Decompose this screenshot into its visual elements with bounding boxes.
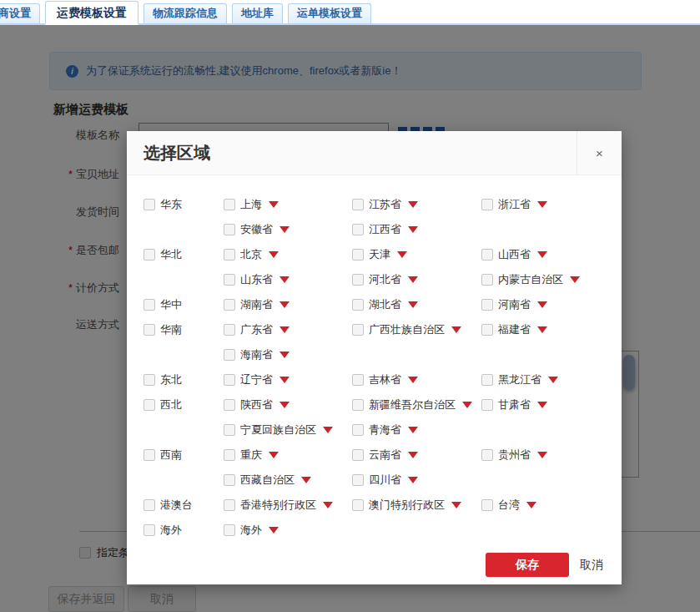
- province-label: 福建省: [498, 322, 531, 337]
- province-checkbox[interactable]: [352, 249, 364, 260]
- tab-3[interactable]: 地址库: [232, 3, 283, 23]
- province-checkbox[interactable]: [352, 324, 364, 336]
- province-checkbox[interactable]: [224, 524, 235, 536]
- dialog-cancel-button[interactable]: 取消: [580, 553, 603, 577]
- tab-label: 运费模板设置: [57, 6, 127, 19]
- province-checkbox[interactable]: [481, 299, 493, 311]
- expand-triangle-icon[interactable]: [279, 326, 290, 333]
- dialog-header: 选择区域 ×: [127, 131, 622, 175]
- expand-triangle-icon[interactable]: [397, 251, 407, 258]
- expand-triangle-icon[interactable]: [537, 301, 547, 308]
- province-checkbox[interactable]: [224, 349, 235, 361]
- tab-1[interactable]: 运费模板设置: [45, 1, 138, 25]
- region-group: 海外: [144, 523, 224, 538]
- province: 广东省: [224, 322, 352, 337]
- expand-triangle-icon[interactable]: [279, 377, 290, 383]
- expand-triangle-icon[interactable]: [279, 276, 290, 283]
- region-group: 西北: [144, 397, 224, 412]
- expand-triangle-icon[interactable]: [408, 477, 418, 483]
- dialog-save-button[interactable]: 保存: [486, 553, 569, 577]
- province-checkbox[interactable]: [352, 374, 364, 386]
- expand-triangle-icon[interactable]: [279, 352, 290, 358]
- region-group-checkbox[interactable]: [144, 374, 155, 386]
- province-checkbox[interactable]: [224, 224, 235, 235]
- tab-label: 务商设置: [0, 7, 31, 19]
- province-checkbox[interactable]: [481, 199, 493, 210]
- province-checkbox[interactable]: [481, 249, 493, 260]
- expand-triangle-icon[interactable]: [537, 452, 547, 458]
- province-checkbox[interactable]: [481, 274, 493, 286]
- tab-4[interactable]: 运单模板设置: [288, 3, 371, 23]
- close-icon[interactable]: ×: [577, 131, 622, 174]
- expand-triangle-icon[interactable]: [269, 201, 279, 208]
- expand-triangle-icon[interactable]: [269, 527, 279, 534]
- province-checkbox[interactable]: [481, 374, 493, 386]
- region-group-checkbox[interactable]: [144, 199, 155, 210]
- expand-triangle-icon[interactable]: [408, 301, 418, 308]
- region-group: 港澳台: [144, 498, 224, 513]
- province-checkbox[interactable]: [224, 324, 235, 336]
- province-checkbox[interactable]: [352, 424, 364, 436]
- province-checkbox[interactable]: [224, 399, 235, 411]
- province-checkbox[interactable]: [352, 199, 364, 210]
- province-checkbox[interactable]: [352, 499, 364, 511]
- province-checkbox[interactable]: [352, 274, 364, 286]
- region-group-checkbox[interactable]: [144, 249, 155, 260]
- expand-triangle-icon[interactable]: [462, 402, 472, 408]
- expand-triangle-icon[interactable]: [451, 326, 461, 333]
- expand-triangle-icon[interactable]: [537, 402, 547, 408]
- expand-triangle-icon[interactable]: [408, 427, 418, 433]
- province-checkbox[interactable]: [352, 399, 364, 411]
- province-checkbox[interactable]: [224, 424, 235, 436]
- province-checkbox[interactable]: [481, 399, 493, 411]
- expand-triangle-icon[interactable]: [408, 276, 418, 283]
- province-checkbox[interactable]: [224, 199, 235, 210]
- expand-triangle-icon[interactable]: [279, 301, 290, 308]
- region-group-checkbox[interactable]: [144, 524, 155, 536]
- expand-triangle-icon[interactable]: [269, 452, 279, 458]
- expand-triangle-icon[interactable]: [526, 502, 536, 508]
- expand-triangle-icon[interactable]: [408, 377, 418, 383]
- region-group-checkbox[interactable]: [144, 499, 155, 511]
- tab-0[interactable]: 务商设置: [0, 3, 40, 23]
- province-checkbox[interactable]: [224, 374, 235, 386]
- expand-triangle-icon[interactable]: [323, 427, 333, 433]
- province-label: 贵州省: [498, 448, 531, 463]
- province-checkbox[interactable]: [352, 299, 364, 311]
- province-checkbox[interactable]: [224, 499, 235, 511]
- expand-triangle-icon[interactable]: [269, 251, 279, 258]
- province-checkbox[interactable]: [481, 499, 493, 511]
- expand-triangle-icon[interactable]: [570, 276, 580, 283]
- expand-triangle-icon[interactable]: [537, 201, 547, 208]
- region-row: 西藏自治区四川省: [144, 468, 615, 493]
- province-checkbox[interactable]: [224, 249, 235, 260]
- province-checkbox[interactable]: [224, 474, 235, 486]
- tab-2[interactable]: 物流跟踪信息: [144, 3, 227, 23]
- province-checkbox[interactable]: [481, 324, 493, 336]
- region-group-label: 港澳台: [160, 498, 193, 513]
- province-checkbox[interactable]: [224, 449, 235, 461]
- province-label: 湖北省: [369, 297, 401, 312]
- expand-triangle-icon[interactable]: [279, 226, 290, 233]
- province-checkbox[interactable]: [224, 299, 235, 311]
- province-checkbox[interactable]: [352, 224, 364, 235]
- region-group-checkbox[interactable]: [144, 324, 155, 336]
- expand-triangle-icon[interactable]: [537, 326, 547, 333]
- expand-triangle-icon[interactable]: [537, 251, 547, 258]
- expand-triangle-icon[interactable]: [451, 502, 461, 508]
- region-group-checkbox[interactable]: [144, 399, 155, 411]
- province-checkbox[interactable]: [352, 449, 364, 461]
- province-checkbox[interactable]: [352, 474, 364, 486]
- province-checkbox[interactable]: [224, 274, 235, 286]
- expand-triangle-icon[interactable]: [408, 201, 418, 208]
- expand-triangle-icon[interactable]: [323, 502, 333, 508]
- expand-triangle-icon[interactable]: [301, 477, 311, 483]
- region-group-checkbox[interactable]: [144, 299, 155, 311]
- expand-triangle-icon[interactable]: [279, 402, 290, 408]
- province-label: 山西省: [498, 247, 531, 262]
- expand-triangle-icon[interactable]: [548, 377, 558, 383]
- expand-triangle-icon[interactable]: [408, 452, 418, 458]
- province-checkbox[interactable]: [481, 449, 493, 461]
- expand-triangle-icon[interactable]: [408, 226, 418, 233]
- region-group-checkbox[interactable]: [144, 449, 155, 461]
